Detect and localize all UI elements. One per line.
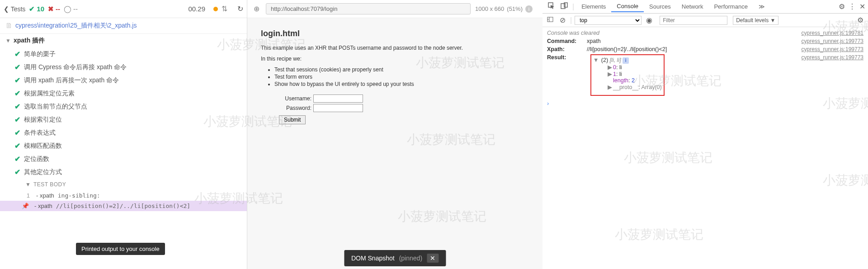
test-name: 简单的栗子 bbox=[24, 50, 56, 58]
recipe-list: Test that sessions (cookies) are properl… bbox=[274, 66, 529, 87]
test-name: 其他定位方式 bbox=[24, 168, 62, 176]
kebab-icon[interactable]: ⋮ bbox=[849, 2, 856, 11]
username-row: Username: bbox=[279, 94, 529, 103]
preview-content: login.html This example uses an XHR that… bbox=[247, 18, 542, 135]
password-input[interactable] bbox=[313, 104, 363, 112]
console-toolbar: ⊘ | top ◉ Default levels ▼ ⚙ bbox=[542, 14, 868, 27]
check-icon: ✔ bbox=[14, 155, 20, 163]
expand-icon[interactable]: ▼ bbox=[593, 57, 599, 63]
check-icon: ✔ bbox=[14, 50, 20, 58]
auto-scroll-icon[interactable]: ⇅ bbox=[222, 5, 227, 13]
filter-input[interactable] bbox=[660, 16, 727, 25]
url-bar: ⊕ 1000 x 660 (51%) i bbox=[247, 0, 542, 18]
test-item[interactable]: ✔定位函数 bbox=[0, 152, 247, 165]
status-dot-icon bbox=[213, 7, 218, 11]
test-item[interactable]: ✔调用 Cypress 命令后再接 xpath 命令 bbox=[0, 61, 247, 74]
tests-back-button[interactable]: ❮ Tests bbox=[4, 5, 25, 13]
command-row-pinned[interactable]: 📌 - xpath //li[position()=2]/../li[posit… bbox=[0, 201, 247, 211]
xpath-value: //li[position()=2]/../li[position()<2] bbox=[587, 46, 802, 52]
close-icon[interactable]: ✕ bbox=[427, 254, 439, 263]
command-row[interactable]: 1 - xpath ing-sibling: bbox=[0, 190, 247, 201]
expand-icon[interactable]: ▶ bbox=[608, 64, 612, 71]
tab-performance[interactable]: Performance bbox=[708, 1, 753, 12]
suite-row[interactable]: ▼ xpath 插件 bbox=[0, 34, 247, 47]
check-icon: ✔ bbox=[14, 102, 20, 111]
context-select[interactable]: top bbox=[575, 16, 642, 25]
pending-count: ◯ -- bbox=[64, 5, 78, 13]
result-box: ▼ (2) [li, li] i ▶0: li ▶1: li length: 2… bbox=[590, 54, 665, 96]
array-preview: [li, li] bbox=[610, 57, 621, 63]
snapshot-label: DOM Snapshot bbox=[351, 255, 395, 262]
clear-console-icon[interactable]: ⊘ bbox=[558, 15, 567, 25]
test-name: 调用 Cypress 命令后再接 xpath 命令 bbox=[24, 63, 127, 71]
gear-icon[interactable]: ⚙ bbox=[839, 2, 845, 11]
length-val: 2 bbox=[632, 77, 635, 84]
recipe-bullet: Show how to bypass the UI entirely to sp… bbox=[274, 81, 529, 87]
tab-console[interactable]: Console bbox=[611, 1, 644, 12]
levels-select[interactable]: Default levels ▼ bbox=[733, 16, 778, 25]
test-item[interactable]: ✔选取当前节点的父节点 bbox=[0, 100, 247, 113]
source-link[interactable]: cypress_runner.js:199773 bbox=[802, 46, 863, 52]
submit-button[interactable]: Submit bbox=[279, 115, 306, 124]
check-icon: ✔ bbox=[14, 63, 20, 71]
test-item[interactable]: ✔条件表达式 bbox=[0, 126, 247, 139]
obj-key: 1 bbox=[613, 71, 616, 77]
device-icon[interactable] bbox=[558, 0, 571, 13]
suite-title: xpath 插件 bbox=[14, 37, 45, 45]
test-item[interactable]: ✔简单的栗子 bbox=[0, 47, 247, 61]
pass-count: ✔ 10 bbox=[29, 5, 44, 13]
obj-val: li bbox=[619, 71, 622, 77]
console-prompt[interactable]: › bbox=[542, 97, 868, 107]
expand-icon[interactable]: ▶ bbox=[608, 84, 612, 90]
recipe-intro: In this recipe we: bbox=[261, 56, 529, 62]
selector-playground-icon[interactable]: ⊕ bbox=[252, 3, 261, 15]
close-devtools-icon[interactable]: ✕ bbox=[859, 2, 865, 11]
source-link[interactable]: cypress_runner.js:199773 bbox=[802, 38, 863, 44]
tab-network[interactable]: Network bbox=[676, 1, 709, 12]
reload-icon[interactable]: ↻ bbox=[237, 5, 243, 13]
test-item[interactable]: ✔调用 xpath 后再接一次 xpath 命令 bbox=[0, 74, 247, 87]
test-name: 条件表达式 bbox=[24, 129, 56, 137]
url-input[interactable] bbox=[266, 3, 471, 14]
username-label: Username: bbox=[279, 95, 311, 102]
divider: | bbox=[571, 3, 576, 11]
test-item[interactable]: ✔模糊匹配函数 bbox=[0, 139, 247, 152]
test-name: 根据属性定位元素 bbox=[24, 90, 75, 98]
command-name: - xpath bbox=[31, 203, 56, 209]
proto-val: Array(0) bbox=[642, 84, 662, 90]
command-message: //li[position()=2]/../li[position()<2] bbox=[56, 203, 190, 209]
file-bar[interactable]: 🗎 cypress\integration\25_插件相关\2_xpath.js bbox=[0, 18, 247, 34]
divider: | bbox=[570, 16, 572, 24]
snapshot-bar: DOM Snapshot (pinned) ✕ bbox=[344, 250, 446, 266]
inspect-icon[interactable] bbox=[545, 0, 558, 13]
info-badge-icon[interactable]: i bbox=[623, 57, 629, 64]
test-item[interactable]: ✔根据索引定位 bbox=[0, 113, 247, 126]
gear-icon[interactable]: ⚙ bbox=[855, 15, 865, 25]
more-tabs-icon[interactable]: ≫ bbox=[753, 1, 770, 12]
recipe-bullet: Test form errors bbox=[274, 74, 529, 80]
length-key: length bbox=[613, 77, 628, 84]
test-item[interactable]: ✔根据属性定位元素 bbox=[0, 87, 247, 100]
console-cleared: Console was cleared bbox=[547, 30, 599, 36]
info-icon[interactable]: i bbox=[525, 5, 533, 13]
fail-count: ✖ -- bbox=[48, 5, 60, 13]
test-item[interactable]: ✔其他定位方式 bbox=[0, 165, 247, 179]
tab-elements[interactable]: Elements bbox=[576, 1, 611, 12]
test-name: 根据索引定位 bbox=[24, 116, 62, 124]
app-preview-panel: ⊕ 1000 x 660 (51%) i login.html This exa… bbox=[247, 0, 542, 269]
tab-sources[interactable]: Sources bbox=[644, 1, 676, 12]
array-length: (2) bbox=[601, 57, 608, 63]
result-label: Result: bbox=[547, 54, 587, 61]
test-name: 选取当前节点的父节点 bbox=[24, 103, 87, 111]
source-link[interactable]: cypress_runner.js:199773 bbox=[802, 54, 863, 61]
tooltip: Printed output to your console bbox=[76, 243, 165, 255]
caret-down-icon: ▼ bbox=[25, 181, 31, 188]
source-link[interactable]: cypress_runner.js:199781 bbox=[802, 30, 863, 36]
eye-icon[interactable]: ◉ bbox=[644, 15, 654, 25]
expand-icon[interactable]: ▶ bbox=[608, 71, 612, 77]
xpath-label: Xpath: bbox=[547, 46, 587, 52]
command-name: - xpath bbox=[33, 192, 58, 199]
devtools-panel: | Elements Console Sources Network Perfo… bbox=[542, 0, 868, 269]
username-input[interactable] bbox=[313, 94, 363, 103]
sidebar-toggle-icon[interactable] bbox=[545, 15, 555, 25]
